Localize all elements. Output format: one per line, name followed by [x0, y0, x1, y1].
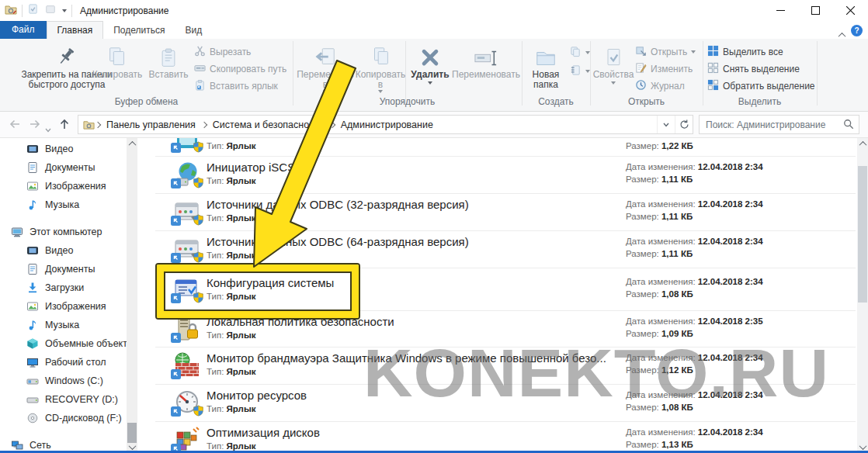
history-label: Журнал [651, 81, 685, 92]
up-icon[interactable] [57, 117, 71, 134]
shortcut-arrow-icon [171, 406, 181, 420]
chevron-right-icon [328, 121, 335, 127]
sidebar-item-3d-objects[interactable]: Объемные объекты [0, 334, 138, 353]
delete-button[interactable]: Удалить [410, 42, 450, 85]
file-row-resource-monitor[interactable]: Монитор ресурсовТип: Ярлык Дата изменени… [155, 385, 856, 422]
paste-shortcut-button[interactable]: Вставить ярлык [194, 78, 278, 94]
file-row-partial[interactable]: Тип: Ярлык Размер: 1,22 КБ [155, 138, 856, 157]
easy-access-button[interactable] [570, 64, 590, 79]
new-folder-button[interactable]: Новая папка [525, 42, 567, 90]
size-label: Размер: [626, 329, 659, 338]
divider [71, 5, 72, 17]
shortcut-arrow-icon [171, 252, 181, 266]
file-row-iscsi[interactable]: Инициатор iSCSIТип: Ярлык Дата изменения… [155, 157, 856, 194]
recent-locations-icon[interactable] [45, 122, 51, 136]
move-to-button[interactable]: Переместить в [296, 42, 355, 93]
sidebar-item-documents[interactable]: Документы [0, 158, 138, 177]
copy-to-button[interactable]: Копировать в [353, 42, 408, 93]
sidebar-item-desktop[interactable]: Рабочий стол [0, 353, 138, 372]
sidebar-item-windows-c[interactable]: Windows (C:) [0, 372, 138, 390]
list-scrollbar[interactable] [857, 138, 868, 453]
maximize-button[interactable] [798, 0, 833, 21]
minimize-button[interactable] [763, 0, 798, 21]
search-input[interactable] [699, 115, 859, 134]
sidebar-item-music[interactable]: Музыка [0, 316, 138, 334]
sidebar-item-downloads[interactable]: Загрузки [0, 278, 138, 297]
file-row-system-config[interactable]: Конфигурация системыТип: Ярлык Дата изме… [155, 268, 856, 311]
sidebar-item-recovery-d[interactable]: RECOVERY (D:) [0, 390, 138, 409]
tab-share[interactable]: Поделиться [103, 22, 175, 39]
select-none-button[interactable]: Снять выделение [707, 61, 800, 77]
tab-home[interactable]: Главная [47, 21, 104, 39]
scroll-up-icon[interactable] [857, 138, 868, 150]
edit-button[interactable]: Изменить [635, 61, 693, 77]
rename-button[interactable]: Переименовать [452, 42, 520, 80]
breadcrumb-system-security[interactable]: Система и безопасность [207, 119, 329, 130]
tab-file[interactable]: Файл [0, 21, 47, 39]
history-button[interactable]: Журнал [635, 78, 685, 94]
sidebar-item-videos[interactable]: Видео [0, 140, 138, 158]
type-value: Ярлык [227, 404, 256, 413]
sidebar-item-pictures[interactable]: Изображения [0, 297, 138, 316]
qat-newfolder-icon[interactable] [45, 4, 56, 18]
sidebar-item-music[interactable]: Музыка [0, 195, 138, 214]
scrollbar-thumb[interactable] [127, 423, 137, 443]
chevron-right-icon [95, 121, 101, 127]
search-icon[interactable] [843, 119, 854, 133]
file-row-odbc32[interactable]: Источники данных ODBC (32-разрядная верс… [155, 194, 856, 231]
file-name: Конфигурация системы [207, 276, 334, 289]
qat-dropdown-icon[interactable] [62, 9, 67, 12]
tab-view[interactable]: Вид [175, 22, 212, 39]
scroll-up-icon[interactable] [127, 138, 137, 150]
scrollbar-thumb[interactable] [858, 166, 867, 303]
select-all-label: Выделить все [723, 47, 783, 57]
file-row-odbc64[interactable]: Источники данных ODBC (64-разрядная верс… [155, 231, 856, 268]
type-value: Ярлык [227, 441, 256, 451]
select-all-button[interactable]: Выделить все [707, 44, 783, 60]
sidebar-item-cd-drive-f[interactable]: CD-дисковод (F:) [0, 409, 138, 427]
refresh-icon[interactable] [675, 116, 693, 133]
sidebar-item-videos[interactable]: Видео [0, 241, 138, 260]
content-area: Видео Документы Изображения Музыка Этот … [0, 138, 868, 453]
file-row-security-policy[interactable]: Локальная политика безопасностиТип: Ярлы… [155, 311, 856, 348]
copy-icon [106, 42, 129, 70]
date-label: Дата изменения: [626, 427, 696, 437]
shortcut-arrow-icon [171, 142, 181, 156]
sidebar-item-pictures[interactable]: Изображения [0, 177, 138, 195]
odbc-panel-icon [172, 235, 202, 265]
properties-icon [602, 42, 624, 70]
file-row-firewall-monitor[interactable]: Монитор брандмауэра Защитника Windows в … [155, 348, 856, 385]
system-config-icon [172, 275, 202, 305]
sidebar-item-this-pc[interactable]: Этот компьютер [0, 223, 138, 241]
file-row-disk-defrag[interactable]: Оптимизация дисковТип: Ярлык Дата измене… [155, 422, 856, 453]
sidebar-item-documents[interactable]: Документы [0, 260, 138, 278]
copy-path-icon [194, 62, 206, 76]
help-icon[interactable]: ? [851, 25, 863, 36]
forward-icon[interactable] [28, 117, 42, 134]
pictures-icon [26, 180, 39, 192]
copy-button[interactable]: Копировать [92, 42, 143, 80]
address-dropdown-icon[interactable] [657, 116, 675, 133]
paste-button[interactable]: Вставить [146, 42, 191, 80]
breadcrumb-control-panel[interactable]: Панель управления [101, 119, 201, 130]
date-value: 12.04.2018 2:34 [698, 199, 763, 209]
breadcrumb-admin-tools[interactable]: Администрирование [335, 119, 439, 130]
sidebar-item-label: Музыка [45, 320, 79, 330]
back-icon[interactable] [8, 117, 22, 134]
qat-properties-icon[interactable] [27, 3, 39, 18]
size-value: 1,08 КБ [661, 403, 693, 412]
invert-selection-button[interactable]: Обратить выделение [707, 78, 815, 94]
copy-path-button[interactable]: Скопировать путь [194, 61, 286, 77]
close-button[interactable] [833, 0, 868, 21]
new-item-button[interactable] [570, 45, 590, 61]
breadcrumb[interactable]: Панель управления Система и безопасность… [78, 115, 693, 134]
group-label-select: Выделить [703, 96, 817, 107]
sidebar-scrollbar[interactable] [127, 138, 137, 453]
open-icon [635, 45, 647, 59]
type-label: Тип: [207, 330, 224, 340]
cut-button[interactable]: Вырезать [194, 44, 251, 60]
open-button[interactable]: Открыть [635, 44, 696, 60]
properties-button[interactable]: Свойства [594, 42, 633, 85]
select-none-label: Снять выделение [723, 64, 800, 74]
sidebar-item-label: Документы [45, 264, 95, 275]
